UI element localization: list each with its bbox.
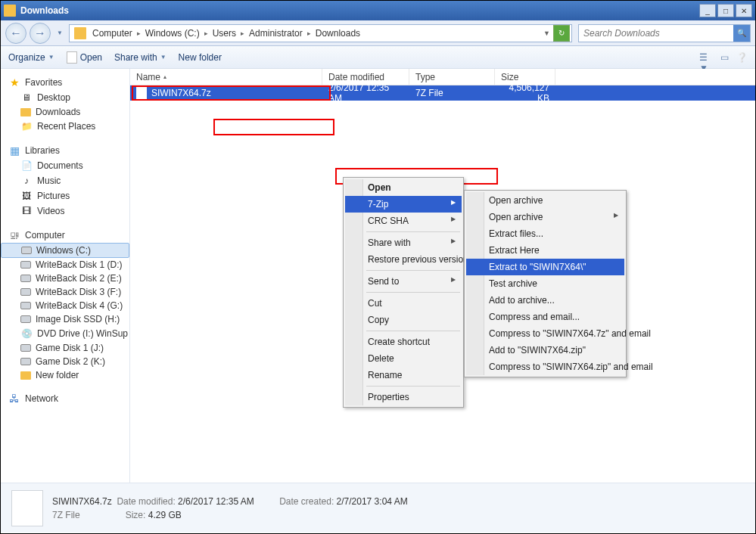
back-button[interactable]: ← [5,23,26,44]
chevron-right-icon[interactable]: ▸ [135,29,142,37]
refresh-button[interactable]: ↻ [553,25,570,42]
breadcrumb[interactable]: Administrator [246,28,306,39]
menu-cut[interactable]: Cut [345,295,462,312]
menu-test-archive[interactable]: Test archive [466,275,624,292]
sidebar-item-drive-c[interactable]: Windows (C:) [1,243,129,258]
breadcrumb[interactable]: Downloads [313,28,363,39]
sidebar-item-pictures[interactable]: 🖼Pictures [1,188,129,203]
details-pane: SIWIN7X64.7z Date modified: 2/6/2017 12:… [1,483,755,532]
status-datemod-label: Date modified: [117,496,175,507]
column-type[interactable]: Type [409,69,495,85]
sidebar-item-downloads[interactable]: Downloads [1,105,129,119]
close-button[interactable]: ✕ [736,4,752,17]
menu-7zip[interactable]: 7-Zip [345,196,462,213]
sidebar-item-drive-j[interactable]: Game Disk 1 (J:) [1,341,129,355]
sidebar-item-drive-g[interactable]: WriteBack Disk 4 (G:) [1,299,129,312]
sidebar-item-recent[interactable]: 📁Recent Places [1,119,129,134]
organize-button[interactable]: Organize▼ [8,52,54,63]
sidebar-item-drive-h[interactable]: Image Disk SSD (H:) [1,312,129,326]
drive-icon [20,344,31,352]
sidebar-item-drive-d[interactable]: WriteBack Disk 1 (D:) [1,258,129,272]
computer-header[interactable]: 🖳Computer [1,228,129,243]
menu-extract-to-folder[interactable]: Extract to "SIWIN7X64\" [466,259,624,275]
preview-pane-button[interactable]: ▭ [720,52,729,63]
status-size-label: Size: [126,510,146,520]
sidebar-item-drive-k[interactable]: Game Disk 2 (K:) [1,355,129,368]
menu-send-to[interactable]: Send to [345,273,462,290]
documents-icon: 📄 [20,160,33,172]
folder-icon [4,5,16,17]
sidebar-item-new-folder[interactable]: New folder [1,368,129,382]
menu-open[interactable]: Open [345,179,462,196]
file-list-pane: Name▴ Date modified Type Size SIWIN7X64.… [130,69,755,483]
sidebar-item-documents[interactable]: 📄Documents [1,158,129,173]
column-headers: Name▴ Date modified Type Size [130,69,755,85]
menu-restore-versions[interactable]: Restore previous versions [345,251,462,268]
search-box[interactable]: 🔍 [578,24,751,42]
chevron-right-icon[interactable]: ▸ [203,29,210,37]
menu-open-archive[interactable]: Open archive [466,192,624,209]
menu-compress-zip-email[interactable]: Compress to "SIWIN7X64.zip" and email [466,359,624,375]
chevron-right-icon[interactable]: ▸ [306,29,313,37]
menu-compress-email[interactable]: Compress and email... [466,309,624,325]
menu-share-with[interactable]: Share with [345,234,462,251]
menu-delete[interactable]: Delete [345,350,462,367]
sidebar-item-videos[interactable]: 🎞Videos [1,203,129,219]
file-size: 4,506,127 KB [495,82,555,104]
menu-copy[interactable]: Copy [345,312,462,328]
status-datecreated: 2/7/2017 3:04 AM [337,496,408,507]
forward-button[interactable]: → [30,23,51,44]
new-folder-button[interactable]: New folder [179,52,222,63]
sidebar-item-drive-i[interactable]: 💿DVD Drive (I:) WinSup [1,326,129,341]
sidebar-item-drive-f[interactable]: WriteBack Disk 3 (F:) [1,285,129,299]
favorites-header[interactable]: ★Favorites [1,75,129,90]
menu-extract-files[interactable]: Extract files... [466,225,624,242]
breadcrumb[interactable]: Computer [89,28,135,39]
star-icon: ★ [8,76,20,88]
menu-extract-here[interactable]: Extract Here [466,242,624,259]
share-with-button[interactable]: Share with▼ [114,52,166,63]
menu-rename[interactable]: Rename [345,367,462,383]
address-bar[interactable]: Computer▸ Windows (C:)▸ Users▸ Administr… [69,24,572,42]
search-button[interactable]: 🔍 [733,25,750,42]
pictures-icon: 🖼 [20,190,33,202]
column-name[interactable]: Name▴ [130,69,322,85]
context-menu: Open 7-Zip CRC SHA Share with Restore pr… [343,177,464,408]
history-dropdown[interactable]: ▼ [54,23,66,44]
maximize-button[interactable]: □ [717,4,734,17]
chevron-right-icon[interactable]: ▸ [239,29,246,37]
recent-icon: 📁 [20,120,33,132]
search-input[interactable] [579,28,733,39]
address-dropdown-icon[interactable]: ▼ [542,29,552,37]
drive-icon [20,261,31,269]
help-button[interactable]: ❔ [736,52,748,63]
sidebar-item-drive-e[interactable]: WriteBack Disk 2 (E:) [1,272,129,285]
music-icon: ♪ [20,175,33,187]
libraries-header[interactable]: ▦Libraries [1,143,129,158]
dvd-icon: 💿 [20,328,33,340]
menu-open-archive-sub[interactable]: Open archive [466,209,624,225]
menu-create-shortcut[interactable]: Create shortcut [345,334,462,350]
file-name: SIWIN7X64.7z [151,88,211,98]
navigation-pane: ★Favorites 🖥Desktop Downloads 📁Recent Pl… [1,69,130,483]
sidebar-item-desktop[interactable]: 🖥Desktop [1,90,129,105]
sidebar-item-music[interactable]: ♪Music [1,173,129,188]
minimize-button[interactable]: _ [699,4,716,17]
computer-icon: 🖳 [8,229,20,241]
folder-icon [20,108,31,116]
libraries-icon: ▦ [8,144,20,157]
view-options-button[interactable]: ☰ ▼ [699,52,713,63]
open-button[interactable]: Open [67,51,102,64]
file-type: 7Z File [409,88,495,98]
network-header[interactable]: 🖧Network [1,391,129,406]
menu-crc-sha[interactable]: CRC SHA [345,213,462,229]
drive-icon [20,288,31,296]
menu-add-to-zip[interactable]: Add to "SIWIN7X64.zip" [466,342,624,359]
network-icon: 🖧 [8,393,20,405]
menu-compress-7z-email[interactable]: Compress to "SIWIN7X64.7z" and email [466,325,624,342]
menu-add-to-archive[interactable]: Add to archive... [466,292,624,309]
breadcrumb[interactable]: Windows (C:) [142,28,203,39]
menu-properties[interactable]: Properties [345,389,462,405]
file-row[interactable]: SIWIN7X64.7z 2/6/2017 12:35 AM 7Z File 4… [130,85,755,101]
breadcrumb[interactable]: Users [210,28,239,39]
